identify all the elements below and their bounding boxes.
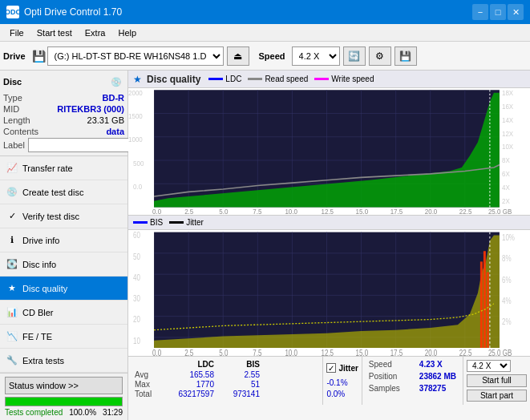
bottom-stats: LDC BIS Avg 165.58 2.55 Max 1770 51 To xyxy=(128,356,530,420)
bis-color xyxy=(133,221,148,224)
svg-text:12X: 12X xyxy=(502,129,514,138)
elapsed-time: 31:29 xyxy=(103,408,123,417)
sidebar-item-disc-quality[interactable]: ★ Disc quality xyxy=(0,277,127,301)
svg-text:1000: 1000 xyxy=(128,135,143,144)
extra-tests-icon: 🔧 xyxy=(6,355,18,366)
start-part-button[interactable]: Start part xyxy=(467,390,527,402)
legend-jitter: Jitter xyxy=(169,218,204,227)
speed-position-section: Speed 4.23 X Position 23862 MB Samples 3… xyxy=(362,357,463,405)
contents-value: data xyxy=(106,127,124,136)
svg-text:0.0: 0.0 xyxy=(152,349,161,356)
svg-rect-57 xyxy=(480,261,483,348)
charts-area: 2000 1500 1000 500 0.0 18X 16X 14X 12X 1… xyxy=(128,88,530,356)
legend-bis: BIS xyxy=(133,218,163,227)
sidebar: Disc 💿 Type BD-R MID RITEKBR3 (000) Leng… xyxy=(0,71,128,420)
cd-bler-icon: 📊 xyxy=(6,307,18,318)
jitter-color xyxy=(169,221,184,224)
content-icon: ★ xyxy=(133,74,142,85)
svg-text:20.0: 20.0 xyxy=(425,208,438,214)
titlebar: ODC Opti Drive Control 1.70 − □ ✕ xyxy=(0,0,530,24)
menu-extra[interactable]: Extra xyxy=(79,26,112,39)
close-button[interactable]: ✕ xyxy=(508,4,524,20)
drive-select[interactable]: (G:) HL-DT-ST BD-RE WH16NS48 1.D3 xyxy=(47,46,224,66)
speed-dropdown[interactable]: 4.2 X xyxy=(467,360,511,372)
read-speed-label: Read speed xyxy=(265,75,308,83)
avg-bis: 2.55 xyxy=(216,370,260,379)
max-ldc: 1770 xyxy=(162,380,214,389)
svg-text:4%: 4% xyxy=(502,296,512,305)
svg-text:2.5: 2.5 xyxy=(184,349,193,356)
maximize-button[interactable]: □ xyxy=(490,4,506,20)
sidebar-item-cd-bler[interactable]: 📊 CD Bler xyxy=(0,301,127,325)
disc-title: Disc xyxy=(3,77,22,87)
length-value: 23.31 GB xyxy=(87,115,124,125)
menubar: File Start test Extra Help xyxy=(0,24,530,42)
verify-test-disc-icon: ✓ xyxy=(6,211,18,222)
chart1: 2000 1500 1000 500 0.0 18X 16X 14X 12X 1… xyxy=(128,88,530,216)
sidebar-item-extra-tests[interactable]: 🔧 Extra tests xyxy=(0,349,127,373)
svg-text:12.5: 12.5 xyxy=(321,208,334,214)
avg-ldc: 165.58 xyxy=(162,370,214,379)
speed-select[interactable]: 4.2 X xyxy=(292,46,340,66)
total-bis: 973141 xyxy=(216,390,260,398)
sidebar-item-drive-info[interactable]: ℹ Drive info xyxy=(0,228,127,252)
svg-rect-59 xyxy=(487,272,489,348)
ldc-label: LDC xyxy=(225,75,241,83)
sidebar-item-fe-te[interactable]: 📉 FE / TE xyxy=(0,325,127,349)
speed-val: 4.23 X xyxy=(419,360,443,369)
content-area: ★ Disc quality LDC Read speed Write spee… xyxy=(128,71,530,420)
sidebar-item-transfer-rate[interactable]: 📈 Transfer rate xyxy=(0,156,127,180)
position-key: Position xyxy=(369,372,413,381)
sidebar-item-disc-info[interactable]: 💽 Disc info xyxy=(0,252,127,277)
menu-start-test[interactable]: Start test xyxy=(30,26,79,39)
svg-text:0.0: 0.0 xyxy=(152,208,161,214)
status-text: Tests completed xyxy=(5,408,63,417)
sidebar-item-create-test-disc[interactable]: 💿 Create test disc xyxy=(0,180,127,204)
settings-button[interactable]: ⚙ xyxy=(369,46,391,66)
sidebar-item-label: Transfer rate xyxy=(22,164,73,173)
start-full-button[interactable]: Start full xyxy=(467,374,527,387)
sidebar-item-verify-test-disc[interactable]: ✓ Verify test disc xyxy=(0,204,127,228)
svg-text:18X: 18X xyxy=(502,89,514,98)
svg-text:2.5: 2.5 xyxy=(184,208,193,214)
content-title: Disc quality xyxy=(147,74,200,85)
write-speed-color xyxy=(314,78,329,80)
disc-quality-icon: ★ xyxy=(6,283,18,294)
menu-help[interactable]: Help xyxy=(111,26,143,39)
jitter-checkbox[interactable]: ✓ xyxy=(326,363,336,373)
progress-bar xyxy=(5,397,123,406)
buttons-section: 4.2 X Start full Start part xyxy=(463,357,530,405)
svg-text:40: 40 xyxy=(133,273,140,282)
sidebar-item-label: Extra tests xyxy=(22,356,64,365)
create-test-disc-icon: 💿 xyxy=(6,187,18,198)
mid-label: MID xyxy=(3,104,19,114)
eject-button[interactable]: ⏏ xyxy=(227,46,249,66)
svg-text:4X: 4X xyxy=(502,184,510,192)
svg-text:10X: 10X xyxy=(502,143,514,151)
samples-key: Samples xyxy=(369,384,413,393)
app-title: Opti Drive Control 1.70 xyxy=(24,6,122,18)
svg-text:7.5: 7.5 xyxy=(253,208,261,214)
refresh-button[interactable]: 🔄 xyxy=(343,46,366,66)
ldc-color xyxy=(208,78,223,80)
svg-text:17.5: 17.5 xyxy=(390,208,403,214)
status-window-btn[interactable]: Status window >> xyxy=(5,377,123,394)
save-button[interactable]: 💾 xyxy=(394,46,417,66)
minimize-button[interactable]: − xyxy=(472,4,488,20)
chart2-legend: BIS Jitter xyxy=(128,216,530,230)
svg-text:20.0: 20.0 xyxy=(425,349,438,356)
sidebar-item-label: Disc info xyxy=(22,260,56,269)
speed-label: Speed xyxy=(259,51,285,61)
bis-col-header: BIS xyxy=(216,360,260,369)
svg-text:20: 20 xyxy=(133,315,140,324)
max-jitter: 0.0% xyxy=(326,390,345,398)
svg-text:12.5: 12.5 xyxy=(321,349,334,356)
svg-text:30: 30 xyxy=(133,294,140,303)
menu-file[interactable]: File xyxy=(3,26,30,39)
write-speed-label: Write speed xyxy=(331,75,374,83)
drive-info-icon: ℹ xyxy=(6,235,18,246)
label-input[interactable] xyxy=(28,138,135,152)
stats-table: LDC BIS Avg 165.58 2.55 Max 1770 51 To xyxy=(128,357,322,405)
svg-text:17.5: 17.5 xyxy=(390,349,403,356)
total-ldc: 63217597 xyxy=(162,390,214,398)
